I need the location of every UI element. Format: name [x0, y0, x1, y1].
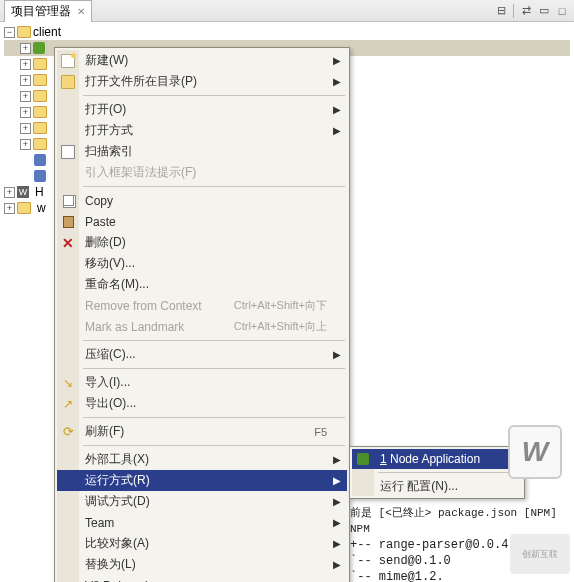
menu-separator [83, 417, 345, 418]
delete-icon: ✕ [57, 236, 79, 250]
submenu-arrow-icon: ▶ [333, 517, 341, 528]
menu-item-label: 运行方式(R) [79, 472, 339, 489]
expand-toggle-icon[interactable]: + [20, 75, 31, 86]
folder-icon [33, 90, 47, 102]
menu-item-label: 刷新(F) [79, 423, 314, 440]
menu-item[interactable]: 替换为(L)▶ [57, 554, 347, 575]
expand-toggle-icon[interactable]: + [4, 187, 15, 198]
collapse-all-icon[interactable]: ⊟ [493, 3, 509, 19]
close-icon[interactable]: ✕ [77, 6, 85, 17]
js-file-icon [34, 154, 46, 166]
folder-icon [33, 122, 47, 134]
menu-item[interactable]: 打开(O)▶ [57, 99, 347, 120]
context-menu: 新建(W)▶打开文件所在目录(P)▶打开(O)▶打开方式▶扫描索引引入框架语法提… [54, 47, 350, 582]
export-icon: ↗ [57, 397, 79, 411]
submenu-arrow-icon: ▶ [333, 559, 341, 570]
menu-item-label: 外部工具(X) [79, 451, 339, 468]
menu-item[interactable]: ⟳刷新(F)F5 [57, 421, 347, 442]
expand-toggle-icon[interactable]: + [4, 203, 15, 214]
submenu-arrow-icon: ▶ [333, 104, 341, 115]
menu-item[interactable]: 运行 配置(N)... [352, 476, 522, 496]
copy-icon [57, 195, 79, 206]
menu-item-accelerator: F5 [314, 426, 339, 438]
submenu-arrow-icon: ▶ [333, 76, 341, 87]
menu-item-label: Copy [79, 194, 339, 208]
submenu-arrow-icon: ▶ [333, 125, 341, 136]
node-icon [352, 453, 374, 465]
menu-item[interactable]: 扫描索引 [57, 141, 347, 162]
menu-separator [83, 445, 345, 446]
folder-icon [33, 138, 47, 150]
menu-item[interactable]: 新建(W)▶ [57, 50, 347, 71]
maximize-icon[interactable]: □ [554, 3, 570, 19]
expand-toggle-icon[interactable]: + [20, 91, 31, 102]
menu-item[interactable]: 打开方式▶ [57, 120, 347, 141]
menu-item[interactable]: ✕删除(D) [57, 232, 347, 253]
menu-item[interactable]: 外部工具(X)▶ [57, 449, 347, 470]
expand-toggle-icon[interactable]: + [20, 139, 31, 150]
menu-item: 引入框架语法提示(F) [57, 162, 347, 183]
expand-toggle-icon[interactable]: + [20, 59, 31, 70]
page-icon [57, 145, 79, 159]
minimize-icon[interactable]: ▭ [536, 3, 552, 19]
console-header: 前是 [<已终止> package.json [NPM] NPM [350, 505, 574, 537]
menu-item[interactable]: 运行方式(R)▶ [57, 470, 347, 491]
menu-item-label: 打开文件所在目录(P) [79, 73, 339, 90]
menu-item[interactable]: 移动(V)... [57, 253, 347, 274]
menu-item[interactable]: Copy [57, 190, 347, 211]
menu-item-label: 引入框架语法提示(F) [79, 164, 339, 181]
menu-item-label: Mark as Landmark [79, 320, 234, 334]
paste-icon [57, 216, 79, 228]
menu-item-label: 替换为(L) [79, 556, 339, 573]
run-as-submenu: 1 Node Application运行 配置(N)... [349, 446, 525, 499]
menu-separator [83, 186, 345, 187]
watermark-icon: W [508, 425, 562, 479]
menu-item[interactable]: V8 Debugging▶ [57, 575, 347, 582]
menu-item[interactable]: Paste [57, 211, 347, 232]
folder-icon [17, 202, 31, 214]
menu-item-label: 重命名(M)... [79, 276, 339, 293]
menu-item[interactable]: 打开文件所在目录(P)▶ [57, 71, 347, 92]
menu-item-label: 扫描索引 [79, 143, 339, 160]
menu-item[interactable]: Team▶ [57, 512, 347, 533]
watermark-text: 创新互联 [510, 534, 570, 574]
link-editor-icon[interactable]: ⇄ [518, 3, 534, 19]
menu-item-label: V8 Debugging [79, 579, 339, 583]
menu-item-label: 打开(O) [79, 101, 339, 118]
view-tab[interactable]: 项目管理器 ✕ [4, 0, 92, 22]
menu-separator [378, 472, 520, 473]
menu-item[interactable]: ↘导入(I)... [57, 372, 347, 393]
folder-icon [33, 74, 47, 86]
tree-root-row[interactable]: − client [4, 24, 570, 40]
import-icon: ↘ [57, 376, 79, 390]
folder-icon [57, 75, 79, 89]
menu-item[interactable]: 比较对象(A)▶ [57, 533, 347, 554]
view-title-text: 项目管理器 [11, 3, 71, 20]
expand-toggle-icon[interactable]: + [20, 43, 31, 54]
menu-item: Remove from ContextCtrl+Alt+Shift+向下 [57, 295, 347, 316]
menu-separator [83, 95, 345, 96]
menu-item[interactable]: 压缩(C)...▶ [57, 344, 347, 365]
menu-item-label: 运行 配置(N)... [374, 478, 514, 495]
menu-item[interactable]: 调试方式(D)▶ [57, 491, 347, 512]
menu-item-label: 压缩(C)... [79, 346, 339, 363]
menu-item-label: 导入(I)... [79, 374, 339, 391]
menu-item[interactable]: 重命名(M)... [57, 274, 347, 295]
expand-toggle-icon[interactable]: − [4, 27, 15, 38]
folder-icon [33, 58, 47, 70]
tree-node-label: H [31, 185, 44, 199]
expand-toggle-icon[interactable]: + [20, 107, 31, 118]
menu-item-label: Team [79, 516, 339, 530]
menu-separator [83, 368, 345, 369]
tree-node-label: w [33, 201, 46, 215]
expand-toggle-icon[interactable]: + [20, 123, 31, 134]
menu-item-label: 移动(V)... [79, 255, 339, 272]
submenu-arrow-icon: ▶ [333, 349, 341, 360]
menu-item[interactable]: ↗导出(O)... [57, 393, 347, 414]
menu-item-label: 1 Node Application [374, 452, 514, 466]
menu-item[interactable]: 1 Node Application [352, 449, 522, 469]
submenu-arrow-icon: ▶ [333, 538, 341, 549]
submenu-arrow-icon: ▶ [333, 55, 341, 66]
view-toolbar: ⊟ ⇄ ▭ □ [493, 3, 570, 19]
menu-item-accelerator: Ctrl+Alt+Shift+向上 [234, 319, 339, 334]
